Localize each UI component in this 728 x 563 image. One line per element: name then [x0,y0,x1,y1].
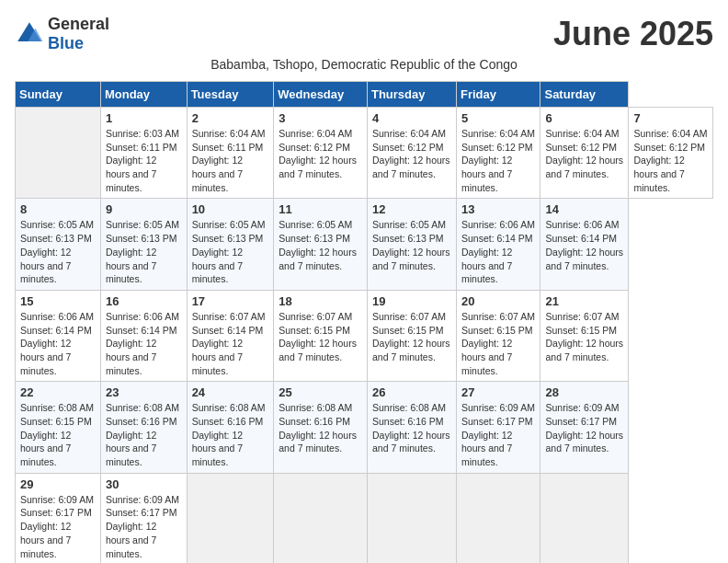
table-row: 22Sunrise: 6:08 AMSunset: 6:15 PMDayligh… [16,382,101,473]
day-number: 19 [372,294,451,308]
day-number: 24 [192,385,269,399]
table-row [456,473,540,563]
table-row: 13Sunrise: 6:06 AMSunset: 6:14 PMDayligh… [456,199,540,290]
day-info: Sunrise: 6:09 AMSunset: 6:17 PMDaylight:… [106,493,182,560]
day-info: Sunrise: 6:05 AMSunset: 6:13 PMDaylight:… [192,218,269,285]
calendar-header-row: SundayMondayTuesdayWednesdayThursdayFrid… [16,82,713,108]
calendar-week-3: 15Sunrise: 6:06 AMSunset: 6:14 PMDayligh… [16,290,713,381]
day-number: 28 [545,385,623,399]
calendar-week-4: 22Sunrise: 6:08 AMSunset: 6:15 PMDayligh… [16,382,713,473]
table-row: 14Sunrise: 6:06 AMSunset: 6:14 PMDayligh… [540,199,629,290]
table-row: 19Sunrise: 6:07 AMSunset: 6:15 PMDayligh… [367,290,456,381]
table-row [367,473,456,563]
day-number: 18 [279,294,362,308]
table-row: 25Sunrise: 6:08 AMSunset: 6:16 PMDayligh… [274,382,368,473]
table-row: 10Sunrise: 6:05 AMSunset: 6:13 PMDayligh… [187,199,274,290]
table-row: 30Sunrise: 6:09 AMSunset: 6:17 PMDayligh… [100,473,187,563]
table-row: 4Sunrise: 6:04 AMSunset: 6:12 PMDaylight… [367,108,456,199]
day-info: Sunrise: 6:03 AMSunset: 6:11 PMDaylight:… [106,127,182,194]
day-number: 27 [461,385,535,399]
day-number: 23 [106,385,182,399]
day-info: Sunrise: 6:05 AMSunset: 6:13 PMDaylight:… [279,218,362,272]
table-row: 7Sunrise: 6:04 AMSunset: 6:12 PMDaylight… [629,108,713,199]
day-number: 29 [20,477,96,491]
logo: General Blue [15,15,109,53]
day-info: Sunrise: 6:06 AMSunset: 6:14 PMDaylight:… [545,218,623,272]
table-row [274,473,368,563]
header: General Blue June 2025 [15,15,713,53]
column-header-tuesday: Tuesday [187,82,274,108]
table-row: 6Sunrise: 6:04 AMSunset: 6:12 PMDaylight… [540,108,629,199]
table-row: 17Sunrise: 6:07 AMSunset: 6:14 PMDayligh… [187,290,274,381]
month-title: June 2025 [553,15,713,53]
day-number: 1 [106,111,182,125]
day-info: Sunrise: 6:05 AMSunset: 6:13 PMDaylight:… [20,218,96,285]
day-info: Sunrise: 6:08 AMSunset: 6:16 PMDaylight:… [192,401,269,468]
day-info: Sunrise: 6:09 AMSunset: 6:17 PMDaylight:… [461,401,535,468]
column-header-sunday: Sunday [16,82,101,108]
subtitle: Babamba, Tshopo, Democratic Republic of … [15,57,713,72]
table-row: 18Sunrise: 6:07 AMSunset: 6:15 PMDayligh… [274,290,368,381]
day-info: Sunrise: 6:08 AMSunset: 6:16 PMDaylight:… [106,401,182,468]
table-row: 23Sunrise: 6:08 AMSunset: 6:16 PMDayligh… [100,382,187,473]
table-row: 20Sunrise: 6:07 AMSunset: 6:15 PMDayligh… [456,290,540,381]
day-info: Sunrise: 6:08 AMSunset: 6:15 PMDaylight:… [20,401,96,468]
column-header-friday: Friday [456,82,540,108]
table-row: 28Sunrise: 6:09 AMSunset: 6:17 PMDayligh… [540,382,629,473]
day-info: Sunrise: 6:04 AMSunset: 6:12 PMDaylight:… [545,127,623,181]
day-number: 9 [106,202,182,216]
logo-general: General [48,15,109,33]
day-info: Sunrise: 6:06 AMSunset: 6:14 PMDaylight:… [20,310,96,377]
day-number: 3 [279,111,362,125]
column-header-monday: Monday [100,82,187,108]
calendar: SundayMondayTuesdayWednesdayThursdayFrid… [15,81,713,563]
table-row: 26Sunrise: 6:08 AMSunset: 6:16 PMDayligh… [367,382,456,473]
day-number: 21 [545,294,623,308]
calendar-week-1: 1Sunrise: 6:03 AMSunset: 6:11 PMDaylight… [16,108,713,199]
day-number: 25 [279,385,362,399]
table-row: 11Sunrise: 6:05 AMSunset: 6:13 PMDayligh… [274,199,368,290]
day-info: Sunrise: 6:07 AMSunset: 6:15 PMDaylight:… [372,310,451,364]
day-info: Sunrise: 6:08 AMSunset: 6:16 PMDaylight:… [372,401,451,455]
day-info: Sunrise: 6:04 AMSunset: 6:12 PMDaylight:… [372,127,451,181]
day-number: 8 [20,202,96,216]
day-number: 14 [545,202,623,216]
day-number: 30 [106,477,182,491]
logo-icon [15,19,44,49]
day-number: 16 [106,294,182,308]
column-header-saturday: Saturday [540,82,629,108]
logo-text: General Blue [48,15,109,53]
day-number: 5 [461,111,535,125]
table-row: 15Sunrise: 6:06 AMSunset: 6:14 PMDayligh… [16,290,101,381]
day-number: 6 [545,111,623,125]
day-info: Sunrise: 6:09 AMSunset: 6:17 PMDaylight:… [545,401,623,455]
day-info: Sunrise: 6:09 AMSunset: 6:17 PMDaylight:… [20,493,96,560]
table-row: 12Sunrise: 6:05 AMSunset: 6:13 PMDayligh… [367,199,456,290]
day-info: Sunrise: 6:07 AMSunset: 6:14 PMDaylight:… [192,310,269,377]
table-row: 29Sunrise: 6:09 AMSunset: 6:17 PMDayligh… [16,473,101,563]
day-number: 22 [20,385,96,399]
day-number: 12 [372,202,451,216]
logo-blue: Blue [48,34,84,52]
day-number: 20 [461,294,535,308]
day-info: Sunrise: 6:05 AMSunset: 6:13 PMDaylight:… [372,218,451,272]
day-info: Sunrise: 6:07 AMSunset: 6:15 PMDaylight:… [279,310,362,364]
calendar-week-5: 29Sunrise: 6:09 AMSunset: 6:17 PMDayligh… [16,473,713,563]
empty-cell [16,108,101,199]
table-row: 5Sunrise: 6:04 AMSunset: 6:12 PMDaylight… [456,108,540,199]
day-info: Sunrise: 6:04 AMSunset: 6:12 PMDaylight:… [461,127,535,194]
table-row: 16Sunrise: 6:06 AMSunset: 6:14 PMDayligh… [100,290,187,381]
day-number: 10 [192,202,269,216]
day-info: Sunrise: 6:07 AMSunset: 6:15 PMDaylight:… [545,310,623,364]
day-number: 11 [279,202,362,216]
day-number: 26 [372,385,451,399]
column-header-wednesday: Wednesday [274,82,368,108]
table-row: 2Sunrise: 6:04 AMSunset: 6:11 PMDaylight… [187,108,274,199]
day-info: Sunrise: 6:05 AMSunset: 6:13 PMDaylight:… [106,218,182,285]
table-row: 1Sunrise: 6:03 AMSunset: 6:11 PMDaylight… [100,108,187,199]
column-header-thursday: Thursday [367,82,456,108]
table-row: 27Sunrise: 6:09 AMSunset: 6:17 PMDayligh… [456,382,540,473]
day-info: Sunrise: 6:08 AMSunset: 6:16 PMDaylight:… [279,401,362,455]
day-number: 13 [461,202,535,216]
table-row: 24Sunrise: 6:08 AMSunset: 6:16 PMDayligh… [187,382,274,473]
